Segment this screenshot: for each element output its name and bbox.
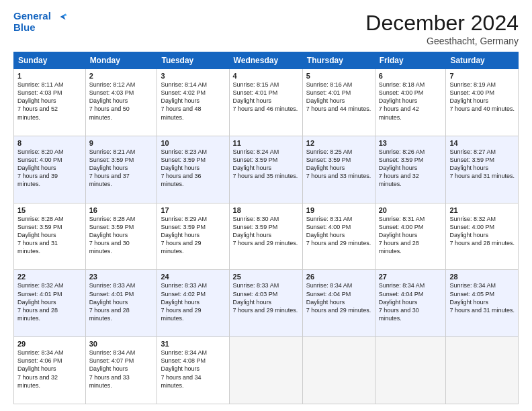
calendar-cell [229,337,302,404]
cell-info: Sunrise: 8:34 AMSunset: 4:08 PMDaylight … [161,349,207,389]
day-number: 24 [161,273,225,281]
cell-info: Sunrise: 8:28 AMSunset: 3:59 PMDaylight … [17,216,64,255]
cell-info: Sunrise: 8:32 AMSunset: 4:01 PMDaylight … [17,282,64,322]
cell-info: Sunrise: 8:28 AMSunset: 3:59 PMDaylight … [89,216,136,255]
title-block: December 2024 Geesthacht, Germany [365,11,519,46]
day-number: 4 [233,72,299,80]
col-sunday: Sunday [14,52,86,69]
cell-info: Sunrise: 8:24 AMSunset: 3:59 PMDaylight … [233,148,298,179]
calendar-cell: 31Sunrise: 8:34 AMSunset: 4:08 PMDayligh… [157,337,229,404]
calendar-cell [446,337,519,404]
calendar-cell [375,337,446,404]
day-number: 15 [17,206,82,214]
day-number: 23 [89,273,154,281]
cell-info: Sunrise: 8:34 AMSunset: 4:04 PMDaylight … [306,282,371,313]
calendar-cell: 22Sunrise: 8:32 AMSunset: 4:01 PMDayligh… [14,270,86,337]
calendar-cell: 12Sunrise: 8:25 AMSunset: 3:59 PMDayligh… [302,136,375,203]
logo-line1: General [13,11,70,22]
cell-info: Sunrise: 8:34 AMSunset: 4:05 PMDaylight … [449,282,515,313]
calendar-cell: 1Sunrise: 8:11 AMSunset: 4:03 PMDaylight… [14,69,86,136]
calendar-week-row: 8Sunrise: 8:20 AMSunset: 4:00 PMDaylight… [14,136,519,203]
day-number: 6 [379,72,443,80]
cell-info: Sunrise: 8:33 AMSunset: 4:03 PMDaylight … [233,282,298,313]
cell-info: Sunrise: 8:23 AMSunset: 3:59 PMDaylight … [161,148,207,188]
col-thursday: Thursday [302,52,375,69]
calendar-week-row: 1Sunrise: 8:11 AMSunset: 4:03 PMDaylight… [14,69,519,136]
day-number: 12 [306,139,371,147]
calendar-cell: 27Sunrise: 8:34 AMSunset: 4:04 PMDayligh… [375,270,446,337]
cell-info: Sunrise: 8:19 AMSunset: 4:00 PMDaylight … [449,81,515,112]
calendar-cell: 26Sunrise: 8:34 AMSunset: 4:04 PMDayligh… [302,270,375,337]
calendar-cell: 4Sunrise: 8:15 AMSunset: 4:01 PMDaylight… [229,69,302,136]
cell-info: Sunrise: 8:16 AMSunset: 4:01 PMDaylight … [306,81,371,112]
calendar-cell: 5Sunrise: 8:16 AMSunset: 4:01 PMDaylight… [302,69,375,136]
logo: General Blue [13,11,70,34]
calendar-cell: 30Sunrise: 8:34 AMSunset: 4:07 PMDayligh… [85,337,157,404]
col-saturday: Saturday [446,52,519,69]
cell-info: Sunrise: 8:26 AMSunset: 3:59 PMDaylight … [379,148,425,188]
cell-info: Sunrise: 8:33 AMSunset: 4:02 PMDaylight … [161,282,207,322]
calendar-cell: 23Sunrise: 8:33 AMSunset: 4:01 PMDayligh… [85,270,157,337]
day-number: 17 [161,206,225,214]
day-number: 5 [306,72,371,80]
day-number: 28 [449,273,515,281]
day-number: 26 [306,273,371,281]
calendar-cell: 6Sunrise: 8:18 AMSunset: 4:00 PMDaylight… [375,69,446,136]
cell-info: Sunrise: 8:15 AMSunset: 4:01 PMDaylight … [233,81,298,112]
day-number: 22 [17,273,82,281]
calendar-cell: 20Sunrise: 8:31 AMSunset: 4:00 PMDayligh… [375,203,446,270]
calendar-cell: 9Sunrise: 8:21 AMSunset: 3:59 PMDaylight… [85,136,157,203]
cell-info: Sunrise: 8:18 AMSunset: 4:00 PMDaylight … [379,81,425,121]
header: General Blue December 2024 Geesthacht, G… [13,11,519,46]
cell-info: Sunrise: 8:11 AMSunset: 4:03 PMDaylight … [17,81,64,121]
month-title: December 2024 [365,11,519,36]
day-number: 30 [89,340,154,348]
cell-info: Sunrise: 8:30 AMSunset: 3:59 PMDaylight … [233,216,298,246]
calendar: Sunday Monday Tuesday Wednesday Thursday… [13,52,519,404]
cell-info: Sunrise: 8:12 AMSunset: 4:03 PMDaylight … [89,81,136,121]
day-number: 21 [449,206,515,214]
col-friday: Friday [375,52,446,69]
day-number: 3 [161,72,225,80]
calendar-cell: 19Sunrise: 8:31 AMSunset: 4:00 PMDayligh… [302,203,375,270]
calendar-cell: 16Sunrise: 8:28 AMSunset: 3:59 PMDayligh… [85,203,157,270]
calendar-cell: 13Sunrise: 8:26 AMSunset: 3:59 PMDayligh… [375,136,446,203]
logo-bird-icon [55,11,70,22]
cell-info: Sunrise: 8:14 AMSunset: 4:02 PMDaylight … [161,81,207,121]
calendar-cell: 8Sunrise: 8:20 AMSunset: 4:00 PMDaylight… [14,136,86,203]
col-wednesday: Wednesday [229,52,302,69]
cell-info: Sunrise: 8:21 AMSunset: 3:59 PMDaylight … [89,148,136,188]
day-number: 20 [379,206,443,214]
col-monday: Monday [85,52,157,69]
calendar-cell: 3Sunrise: 8:14 AMSunset: 4:02 PMDaylight… [157,69,229,136]
calendar-table: Sunday Monday Tuesday Wednesday Thursday… [13,52,519,404]
cell-info: Sunrise: 8:20 AMSunset: 4:00 PMDaylight … [17,148,64,188]
day-number: 8 [17,139,82,147]
cell-info: Sunrise: 8:27 AMSunset: 3:59 PMDaylight … [449,148,515,179]
day-number: 29 [17,340,82,348]
day-number: 25 [233,273,299,281]
calendar-cell: 14Sunrise: 8:27 AMSunset: 3:59 PMDayligh… [446,136,519,203]
calendar-cell: 15Sunrise: 8:28 AMSunset: 3:59 PMDayligh… [14,203,86,270]
calendar-cell: 25Sunrise: 8:33 AMSunset: 4:03 PMDayligh… [229,270,302,337]
day-number: 18 [233,206,299,214]
cell-info: Sunrise: 8:34 AMSunset: 4:04 PMDaylight … [379,282,425,322]
day-number: 10 [161,139,225,147]
calendar-cell: 2Sunrise: 8:12 AMSunset: 4:03 PMDaylight… [85,69,157,136]
day-number: 27 [379,273,443,281]
calendar-week-row: 29Sunrise: 8:34 AMSunset: 4:06 PMDayligh… [14,337,519,404]
header-row: Sunday Monday Tuesday Wednesday Thursday… [14,52,519,69]
cell-info: Sunrise: 8:25 AMSunset: 3:59 PMDaylight … [306,148,371,179]
day-number: 14 [449,139,515,147]
calendar-cell: 24Sunrise: 8:33 AMSunset: 4:02 PMDayligh… [157,270,229,337]
calendar-cell: 28Sunrise: 8:34 AMSunset: 4:05 PMDayligh… [446,270,519,337]
cell-info: Sunrise: 8:34 AMSunset: 4:07 PMDaylight … [89,349,136,389]
calendar-cell: 11Sunrise: 8:24 AMSunset: 3:59 PMDayligh… [229,136,302,203]
page: General Blue December 2024 Geesthacht, G… [0,0,532,411]
calendar-cell [302,337,375,404]
day-number: 7 [449,72,515,80]
day-number: 2 [89,72,154,80]
day-number: 9 [89,139,154,147]
cell-info: Sunrise: 8:33 AMSunset: 4:01 PMDaylight … [89,282,136,322]
calendar-week-row: 22Sunrise: 8:32 AMSunset: 4:01 PMDayligh… [14,270,519,337]
